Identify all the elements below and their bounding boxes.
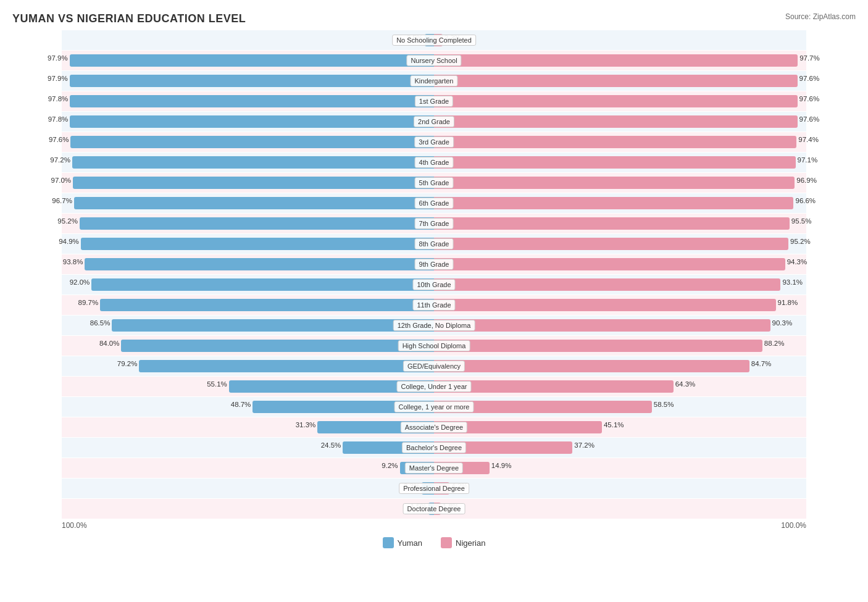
left-bar-area: 24.5% bbox=[62, 438, 434, 458]
blue-bar: 97.8% bbox=[70, 115, 434, 128]
right-bar-area: 14.9% bbox=[434, 458, 806, 478]
table-row: 94.9%95.2%8th Grade bbox=[62, 234, 806, 254]
table-row: 97.6%97.4%3rd Grade bbox=[62, 132, 806, 152]
source-label: Source: ZipAtlas.com bbox=[785, 12, 856, 21]
right-value: 64.3% bbox=[675, 380, 696, 388]
left-bar-area: 3.3% bbox=[62, 479, 434, 498]
center-label: Master's Degree bbox=[405, 462, 463, 474]
left-bar-area: 97.8% bbox=[62, 112, 434, 132]
left-bar-area: 86.5% bbox=[62, 316, 434, 335]
bottom-labels: 100.0% 100.0% bbox=[12, 521, 856, 530]
left-value: 92.0% bbox=[70, 278, 90, 286]
table-row: 97.9%97.7%Nursery School bbox=[62, 51, 806, 70]
center-label: 3rd Grade bbox=[414, 136, 454, 148]
pink-bar: 96.6% bbox=[434, 197, 793, 209]
right-bar-area: 95.5% bbox=[434, 214, 806, 233]
right-bar-area: 97.6% bbox=[434, 112, 806, 132]
right-bar-area: 2.3% bbox=[434, 30, 806, 50]
right-bar-area: 90.3% bbox=[434, 316, 806, 335]
nigerian-swatch bbox=[441, 537, 452, 548]
center-label: Professional Degree bbox=[399, 483, 469, 494]
right-value: 95.2% bbox=[790, 238, 811, 245]
blue-bar: 92.0% bbox=[91, 278, 434, 291]
left-bar-area: 9.2% bbox=[62, 458, 434, 478]
pink-bar: 97.6% bbox=[434, 115, 798, 128]
center-label: 4th Grade bbox=[415, 157, 454, 168]
blue-bar: 96.7% bbox=[74, 197, 434, 209]
left-bar-area: 48.7% bbox=[62, 397, 434, 417]
pink-bar: 88.2% bbox=[434, 340, 762, 352]
center-label: Kindergarten bbox=[411, 75, 458, 86]
legend-yuman: Yuman bbox=[383, 537, 422, 548]
left-bar-area: 89.7% bbox=[62, 295, 434, 315]
left-value: 79.2% bbox=[117, 360, 138, 367]
table-row: 79.2%84.7%GED/Equivalency bbox=[62, 356, 806, 376]
right-bar-area: 91.8% bbox=[434, 295, 806, 315]
bottom-right-label: 100.0% bbox=[781, 521, 806, 530]
right-value: 96.6% bbox=[795, 197, 816, 204]
center-label: No Schooling Completed bbox=[392, 35, 476, 46]
pink-bar: 97.7% bbox=[434, 54, 798, 67]
left-bar-area: 94.9% bbox=[62, 234, 434, 254]
left-value: 97.2% bbox=[50, 156, 70, 164]
left-value: 86.5% bbox=[90, 319, 111, 327]
table-row: 2.5%2.3%No Schooling Completed bbox=[62, 30, 806, 50]
left-value: 24.5% bbox=[321, 441, 341, 449]
table-row: 1.5%1.8%Doctorate Degree bbox=[62, 499, 806, 519]
blue-bar: 97.8% bbox=[70, 95, 434, 107]
table-row: 3.3%4.2%Professional Degree bbox=[62, 479, 806, 498]
right-bar-area: 4.2% bbox=[434, 479, 806, 498]
pink-bar: 94.3% bbox=[434, 258, 785, 270]
yuman-label: Yuman bbox=[398, 538, 422, 548]
right-bar-area: 88.2% bbox=[434, 336, 806, 356]
center-label: 5th Grade bbox=[415, 177, 454, 188]
blue-bar: 86.5% bbox=[112, 319, 434, 332]
center-label: 10th Grade bbox=[412, 279, 455, 290]
right-bar-area: 95.2% bbox=[434, 234, 806, 254]
left-bar-area: 97.2% bbox=[62, 153, 434, 172]
right-value: 97.7% bbox=[799, 54, 820, 62]
left-bar-area: 96.7% bbox=[62, 193, 434, 213]
left-value: 48.7% bbox=[231, 401, 251, 408]
pink-bar: 90.3% bbox=[434, 319, 770, 332]
pink-bar: 96.9% bbox=[434, 177, 795, 189]
left-bar-area: 97.9% bbox=[62, 51, 434, 70]
left-value: 84.0% bbox=[99, 340, 120, 347]
left-bar-area: 97.9% bbox=[62, 71, 434, 91]
right-value: 84.7% bbox=[751, 360, 772, 367]
left-value: 31.3% bbox=[296, 421, 316, 429]
right-bar-area: 58.5% bbox=[434, 397, 806, 417]
left-value: 55.1% bbox=[207, 380, 227, 388]
pink-bar: 97.1% bbox=[434, 156, 796, 169]
legend: Yuman Nigerian bbox=[12, 537, 856, 548]
table-row: 97.0%96.9%5th Grade bbox=[62, 173, 806, 193]
left-bar-area: 93.8% bbox=[62, 254, 434, 274]
center-label: GED/Equivalency bbox=[403, 361, 465, 372]
left-value: 97.9% bbox=[48, 75, 68, 82]
center-label: 9th Grade bbox=[415, 259, 454, 270]
left-bar-area: 84.0% bbox=[62, 336, 434, 356]
right-bar-area: 94.3% bbox=[434, 254, 806, 274]
table-row: 86.5%90.3%12th Grade, No Diploma bbox=[62, 316, 806, 335]
left-value: 96.7% bbox=[52, 197, 72, 204]
right-bar-area: 97.6% bbox=[434, 71, 806, 91]
pink-bar: 95.5% bbox=[434, 217, 790, 230]
left-bar-area: 1.5% bbox=[62, 499, 434, 519]
legend-nigerian: Nigerian bbox=[441, 537, 485, 548]
right-bar-area: 97.6% bbox=[434, 91, 806, 111]
right-bar-area: 64.3% bbox=[434, 377, 806, 396]
right-value: 96.9% bbox=[796, 177, 817, 184]
left-bar-area: 2.5% bbox=[62, 30, 434, 50]
table-row: 93.8%94.3%9th Grade bbox=[62, 254, 806, 274]
left-value: 93.8% bbox=[63, 258, 83, 265]
table-row: 55.1%64.3%College, Under 1 year bbox=[62, 377, 806, 396]
center-label: 2nd Grade bbox=[414, 116, 454, 127]
blue-bar: 79.2% bbox=[139, 360, 434, 372]
pink-bar: 84.7% bbox=[434, 360, 749, 372]
right-bar-area: 45.1% bbox=[434, 417, 806, 437]
table-row: 97.2%97.1%4th Grade bbox=[62, 153, 806, 172]
right-value: 90.3% bbox=[772, 319, 793, 327]
chart-container: YUMAN VS NIGERIAN EDUCATION LEVEL Source… bbox=[12, 12, 856, 548]
right-bar-area: 97.1% bbox=[434, 153, 806, 172]
center-label: College, Under 1 year bbox=[396, 381, 471, 392]
